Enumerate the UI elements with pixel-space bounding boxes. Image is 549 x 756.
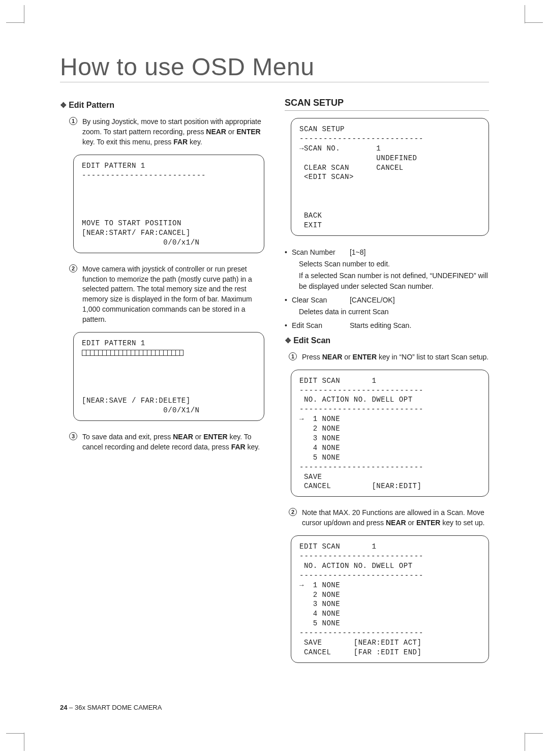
osd-line: 2 NONE [299,591,340,599]
osd-line: 5 NONE [299,619,340,627]
osd-header: NO. ACTION NO. DWELL OPT [299,562,413,570]
description: Deletes data in current Scan [292,307,489,317]
bullet-edit-scan: Edit Scan Starts editing Scan. [285,320,489,331]
text: key to set up. [440,519,484,527]
edit-scan-heading: Edit Scan [285,336,489,345]
step-number-icon: 3 [69,432,77,440]
value: [1~8] [350,248,366,256]
memory-bar [82,350,184,356]
key-enter: ENTER [353,353,377,361]
osd-line: SAVE [299,473,322,481]
osd-divider: -------------------------- [299,135,423,143]
key-far: FAR [173,138,188,146]
value: Starts editing Scan. [350,321,411,329]
text: or [226,128,236,136]
step-3: 3 To save data and exit, press NEAR or E… [69,432,264,452]
osd-line: →SCAN NO. 1 [299,144,381,153]
edit-scan-step-2: 2 Note that MAX. 20 Functions are allowe… [289,508,489,528]
step-number-icon: 1 [69,117,77,125]
osd-line: 2 NONE [299,425,340,433]
osd-line: <EDIT SCAN> [299,173,354,181]
crop-mark [6,733,24,734]
columns: Edit Pattern 1 By using Joystick, move t… [60,98,489,674]
osd-line: CLEAR SCAN CANCEL [299,164,404,172]
osd-line: EXIT [299,221,322,229]
osd-line: [NEAR:SAVE / FAR:DELETE] [82,397,191,405]
text: key. [246,443,260,451]
step-3-text: To save data and exit, press NEAR or ENT… [82,432,264,452]
text: key in “NO” list to start Scan setup. [377,353,489,361]
osd-line: 0/0/X1/N [82,406,199,414]
edit-scan-step-1: 1 Press NEAR or ENTER key in “NO” list t… [289,352,489,362]
step-2-text: Move camera with joystick of controller … [82,264,264,325]
key-far: FAR [231,443,246,451]
osd-title: EDIT SCAN 1 [299,542,376,551]
text: To save data and exit, press [82,433,173,441]
step-number-icon: 1 [289,352,297,360]
step-1-text: By using Joystick, move to start positio… [82,117,264,147]
osd-line: SAVE [NEAR:EDIT ACT] [299,639,421,647]
page: How to use OSD Menu Edit Pattern 1 By us… [0,0,549,756]
scan-setup-heading: SCAN SETUP [285,98,489,111]
bullet-scan-number: Scan Number [1~8] Selects Scan number to… [285,247,489,292]
step-number-icon: 2 [289,508,297,516]
crop-mark [525,5,525,23]
label: Clear Scan [292,295,348,306]
label: Scan Number [292,247,348,258]
osd-divider: -------------------------- [299,629,423,637]
bullet-clear-scan: Clear Scan [CANCEL/OK] Deletes data in c… [285,295,489,317]
key-enter: ENTER [203,433,227,441]
crop-mark [24,5,24,23]
content-area: How to use OSD Menu Edit Pattern 1 By us… [60,53,489,674]
osd-edit-pattern-2: EDIT PATTERN 1 [NEAR:SAVE / FAR:DELETE] … [73,332,264,421]
osd-line: → 1 NONE [299,581,340,589]
page-title: How to use OSD Menu [60,53,489,82]
step-1: 1 By using Joystick, move to start posit… [69,117,264,147]
osd-divider: -------------------------- [299,405,423,413]
osd-divider: -------------------------- [299,571,423,580]
key-enter: ENTER [236,128,260,136]
key-near: NEAR [173,433,193,441]
footer-sep: – [67,704,74,711]
crop-mark [525,733,543,734]
osd-line: 3 NONE [299,600,340,608]
text: Press [302,353,322,361]
osd-line: [NEAR:START/ FAR:CANCEL] [82,229,191,237]
osd-line: 4 NONE [299,610,340,618]
page-footer: 24 – 36x SMART DOME CAMERA [60,704,162,711]
osd-line: 3 NONE [299,434,340,442]
title-wrap: How to use OSD Menu [60,53,489,82]
key-near: NEAR [322,353,343,361]
osd-scan-setup: SCAN SETUP -------------------------- →S… [291,118,489,236]
osd-title: EDIT SCAN 1 [299,377,376,385]
osd-line: UNDEFINED [299,154,417,162]
osd-divider: -------------------------- [299,386,423,395]
crop-mark [6,22,24,23]
description: Selects Scan number to edit. [292,259,489,269]
osd-divider: -------------------------- [299,552,423,560]
label: Edit Scan [292,320,348,331]
right-column: SCAN SETUP SCAN SETUP ------------------… [285,98,489,674]
osd-line: CANCEL [NEAR:EDIT] [299,482,421,490]
osd-line: 4 NONE [299,444,340,452]
step-2: 2 Move camera with joystick of controlle… [69,264,264,325]
value: [CANCEL/OK] [350,296,395,304]
text: or [193,433,203,441]
osd-divider: -------------------------- [299,463,423,471]
text: or [342,353,352,361]
text: key. [188,138,202,146]
osd-edit-pattern-1: EDIT PATTERN 1 -------------------------… [73,155,264,253]
key-near: NEAR [206,128,226,136]
osd-edit-scan-2: EDIT SCAN 1 -------------------------- N… [291,535,489,663]
crop-mark [525,733,525,751]
crop-mark [24,733,24,751]
edit-pattern-heading: Edit Pattern [60,101,264,110]
osd-line: BACK [299,211,322,220]
osd-line: 0/0/x1/N [82,238,199,247]
osd-line: → 1 NONE [299,415,340,423]
osd-title: EDIT PATTERN 1 [82,339,145,347]
text: key. To exit this menu, press [82,138,173,146]
key-enter: ENTER [416,519,440,527]
osd-title: SCAN SETUP [299,125,345,133]
description: If a selected Scan number is not defined… [292,270,489,292]
